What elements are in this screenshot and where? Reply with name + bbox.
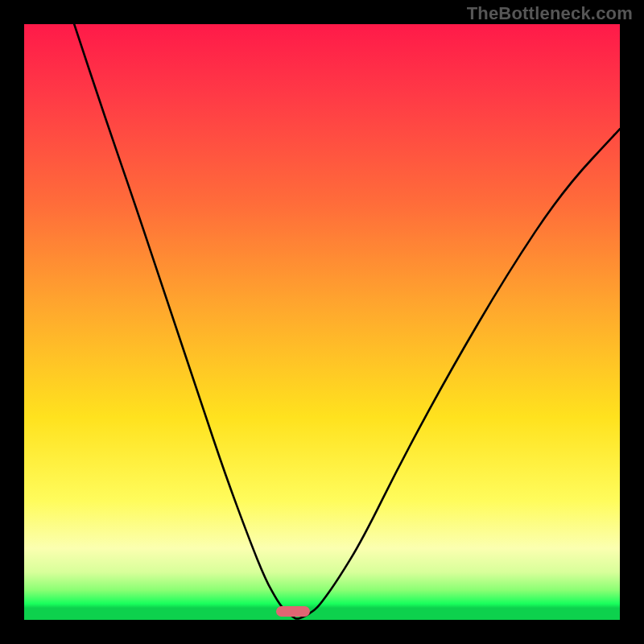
plot-area: [24, 24, 620, 620]
bottleneck-curve: [74, 24, 620, 619]
curve-layer: [24, 24, 620, 620]
trough-marker: [276, 606, 310, 617]
watermark-text: TheBottleneck.com: [467, 3, 633, 24]
chart-frame: TheBottleneck.com: [0, 0, 644, 644]
